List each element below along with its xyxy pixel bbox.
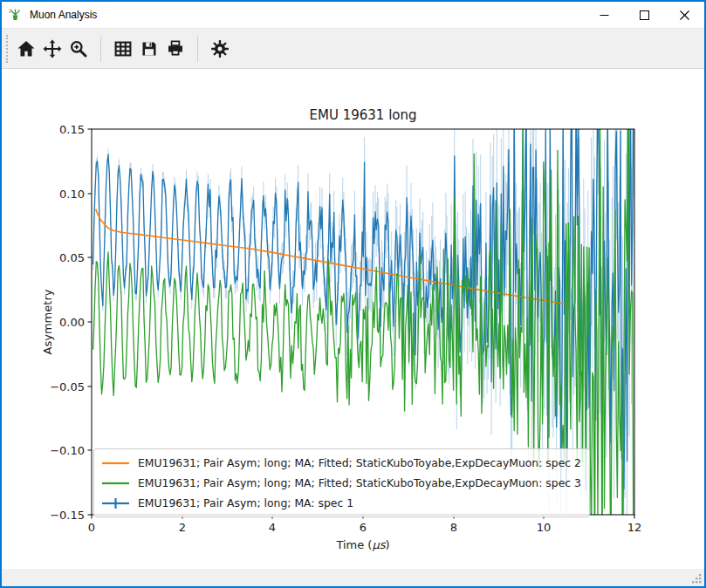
maximize-icon xyxy=(640,10,649,20)
print-icon xyxy=(165,38,186,59)
y-axis-ticks xyxy=(88,129,93,515)
window-controls xyxy=(584,2,704,28)
svg-text:−0.05: −0.05 xyxy=(50,380,85,393)
home-button[interactable] xyxy=(13,36,39,62)
settings-gear-icon xyxy=(209,38,230,59)
svg-text:0.15: 0.15 xyxy=(59,123,85,136)
save-button[interactable] xyxy=(136,36,162,62)
svg-text:6: 6 xyxy=(360,521,367,534)
y-axis-label: Asymmetry xyxy=(41,289,54,354)
settings-button[interactable] xyxy=(207,36,233,62)
svg-text:12: 12 xyxy=(627,521,642,534)
chart-title: EMU 19631 long xyxy=(309,107,416,123)
app-icon xyxy=(8,8,23,23)
toolbar-drag-handle[interactable] xyxy=(6,35,8,63)
svg-text:2: 2 xyxy=(179,521,186,534)
close-icon xyxy=(680,10,689,20)
pan-button[interactable] xyxy=(39,36,65,62)
toolbar-separator xyxy=(197,36,198,62)
legend-entry: EMU19631; Pair Asym; long; MA; Fitted; S… xyxy=(101,453,581,473)
subplots-grid-icon xyxy=(113,38,134,59)
window: Muon Analysis xyxy=(0,0,706,588)
matplotlib-toolbar xyxy=(2,28,704,69)
svg-text:−0.15: −0.15 xyxy=(50,509,85,522)
legend-line-sample xyxy=(101,477,130,489)
legend-label: EMU19631; Pair Asym; long; MA; Fitted; S… xyxy=(138,456,581,469)
svg-text:0: 0 xyxy=(88,521,95,534)
legend-label: EMU19631; Pair Asym; long; MA: spec 1 xyxy=(138,496,353,509)
legend-errorbar-sample xyxy=(101,497,130,509)
svg-text:4: 4 xyxy=(269,521,276,534)
resize-grip[interactable] xyxy=(690,572,702,584)
statusbar xyxy=(2,569,704,586)
legend-line-sample xyxy=(101,457,130,469)
home-icon xyxy=(16,38,37,59)
x-axis-tick-labels: 0 2 4 6 8 10 12 xyxy=(88,521,641,534)
print-button[interactable] xyxy=(162,36,188,62)
legend-label: EMU19631; Pair Asym; long; MA; Fitted; S… xyxy=(138,476,581,489)
titlebar[interactable]: Muon Analysis xyxy=(2,2,704,28)
svg-text:8: 8 xyxy=(450,521,457,534)
minimize-button[interactable] xyxy=(584,2,624,28)
maximize-button[interactable] xyxy=(624,2,664,28)
subplots-button[interactable] xyxy=(110,36,136,62)
pan-icon xyxy=(42,38,63,59)
svg-text:0.10: 0.10 xyxy=(59,188,85,201)
close-button[interactable] xyxy=(664,2,704,28)
window-title: Muon Analysis xyxy=(30,9,97,21)
toolbar-separator xyxy=(100,36,101,62)
legend-entry: EMU19631; Pair Asym; long; MA; Fitted; S… xyxy=(101,473,581,493)
svg-text:−0.10: −0.10 xyxy=(50,444,85,457)
legend-entry: EMU19631; Pair Asym; long; MA: spec 1 xyxy=(101,493,581,513)
minimize-icon xyxy=(600,10,609,20)
zoom-button[interactable] xyxy=(65,36,92,62)
svg-text:0.00: 0.00 xyxy=(59,316,85,329)
x-axis-label: Time (μs) xyxy=(335,538,389,551)
plot-legend: EMU19631; Pair Asym; long; MA; Fitted; S… xyxy=(93,448,590,517)
y-axis-tick-labels: 0.15 0.10 0.05 0.00 −0.05 −0.10 −0.15 xyxy=(50,123,85,522)
zoom-to-rect-icon xyxy=(68,38,89,59)
save-icon xyxy=(139,38,160,59)
plot-canvas[interactable]: 0 2 4 6 8 10 12 0.15 0.10 0.05 0.00 −0.0… xyxy=(2,70,704,571)
svg-text:0.05: 0.05 xyxy=(59,251,85,264)
svg-text:10: 10 xyxy=(537,521,552,534)
